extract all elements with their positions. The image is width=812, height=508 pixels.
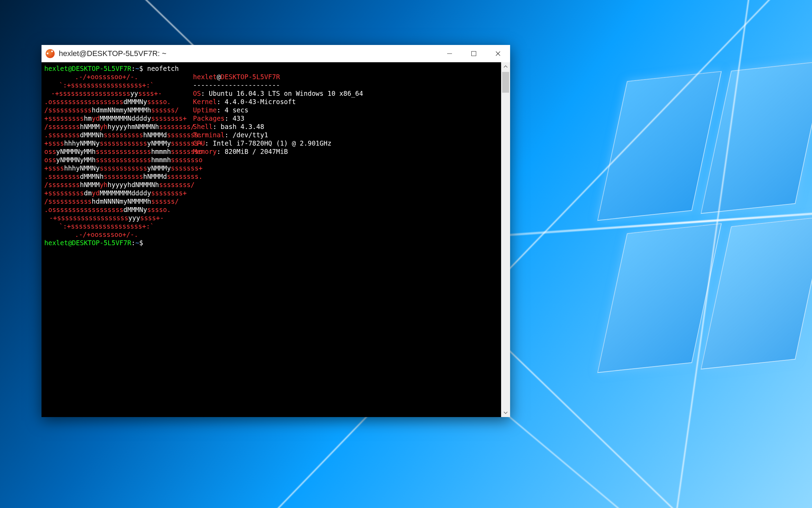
logo-line: .ossssssssssssssssssdMMMNysssso. <box>44 205 169 214</box>
nf-value: : 4 secs <box>217 106 249 114</box>
logo-line: -+ssssssssssssssssssyyyssss+- <box>44 214 169 222</box>
logo-line: +sssshhhyNMMNyssssssssssssyNMMMysssssss+ <box>44 139 169 147</box>
nf-header-host: DESKTOP-5L5VF7R <box>221 73 280 81</box>
prompt2-sep2: $ <box>139 239 143 247</box>
nf-header-user: hexlet <box>193 73 217 81</box>
nf-value: : Intel i7-7820HQ (1) @ 2.901GHz <box>205 139 331 147</box>
logo-line: /ssssssssssshdmmNNmmyNMMMMhssssss/ <box>44 106 169 114</box>
wallpaper-pane <box>597 223 722 373</box>
logo-line: ossyNMMMNyMMhsssssssssssssshmmmhssssssso <box>44 156 169 164</box>
scrollbar[interactable] <box>501 62 510 417</box>
nf-header-at: @ <box>217 73 221 81</box>
window-title: hexlet@DESKTOP-5L5VF7R: ~ <box>59 49 437 58</box>
nf-value: : /dev/tty1 <box>225 131 268 139</box>
logo-line: /sssssssshNMMMyhhyyyyhmNMMMNhssssssss/ <box>44 122 169 131</box>
ubuntu-icon <box>46 49 55 58</box>
prompt-user-host: hexlet@DESKTOP-5L5VF7R <box>44 65 131 72</box>
neofetch-logo: .-/+oossssoo+/-.`:+ssssssssssssssssss+:`… <box>44 73 176 239</box>
logo-line: .-/+oossssoo+/-. <box>44 230 169 239</box>
wallpaper-beam <box>321 495 812 508</box>
nf-label: Terminal <box>193 131 225 139</box>
scrollbar-thumb[interactable] <box>502 72 509 93</box>
prompt-sep: : <box>131 65 135 72</box>
nf-label: Uptime <box>193 106 217 114</box>
logo-line: .ossssssssssssssssssdMMMNysssso. <box>44 98 169 106</box>
window-titlebar[interactable]: hexlet@DESKTOP-5L5VF7R: ~ <box>41 45 510 62</box>
nf-divider: ---------------------- <box>193 81 280 89</box>
nf-value: : Ubuntu 16.04.3 LTS on Windows 10 x86_6… <box>201 90 363 97</box>
minimize-button[interactable] <box>437 45 462 62</box>
logo-line: ossyNMMMNyMMhsssssssssssssshmmmhssssssso <box>44 147 169 156</box>
maximize-button[interactable] <box>462 45 486 62</box>
prompt2-sep: : <box>131 239 135 247</box>
scrollbar-down-arrow[interactable] <box>501 408 510 417</box>
logo-line: /sssssssshNMMMyhhyyyyhdNMMMNhssssssss/ <box>44 181 169 189</box>
prompt-space <box>143 65 147 72</box>
logo-line: `:+ssssssssssssssssss+:` <box>44 222 169 230</box>
nf-label: Packages <box>193 114 225 122</box>
svg-rect-1 <box>472 52 476 56</box>
nf-label: OS <box>193 90 201 97</box>
nf-label: Memory <box>193 148 217 155</box>
logo-line: .ssssssssdMMMNhsssssssssshNMMMdssssssss. <box>44 172 169 181</box>
prompt-path: ~ <box>135 65 139 72</box>
wallpaper-pane <box>597 71 722 221</box>
prompt-sep2: $ <box>139 65 143 72</box>
nf-value: : 4.4.0-43-Microsoft <box>217 98 296 105</box>
nf-label: Kernel <box>193 98 217 105</box>
prompt2-user-host: hexlet@DESKTOP-5L5VF7R <box>44 239 131 247</box>
nf-value: : 820MiB / 2047MiB <box>217 148 288 155</box>
logo-line: .-/+oossssoo+/-. <box>44 73 169 81</box>
logo-line: `:+ssssssssssssssssss+:` <box>44 81 169 89</box>
logo-line: +sssssssssdmydMMMMMMMMddddyssssssss+ <box>44 189 169 197</box>
terminal-content[interactable]: hexlet@DESKTOP-5L5VF7R:~$ neofetch .-/+o… <box>41 62 501 417</box>
logo-line: /ssssssssssshdmNNNNmyNMMMMhssssss/ <box>44 197 169 205</box>
neofetch-info: hexlet@DESKTOP-5L5VF7R -----------------… <box>176 73 363 156</box>
nf-value: : bash 4.3.48 <box>213 123 264 130</box>
scrollbar-up-arrow[interactable] <box>501 62 510 71</box>
terminal-window: hexlet@DESKTOP-5L5VF7R: ~ hexlet@DESKTOP… <box>41 45 510 417</box>
logo-line: +sssshhhyNMMNyssssssssssssyNMMMysssssss+ <box>44 164 169 172</box>
nf-value: : 433 <box>225 114 244 122</box>
close-button[interactable] <box>486 45 510 62</box>
window-controls <box>437 45 510 62</box>
prompt2-path: ~ <box>135 239 139 247</box>
logo-line: .ssssssssdMMMNhsssssssssshNMMMdssssssss. <box>44 131 169 139</box>
prompt-command: neofetch <box>147 65 179 72</box>
logo-line: -+ssssssssssssssssssyyssss+- <box>44 89 169 98</box>
nf-label: Shell <box>193 123 213 130</box>
logo-line: +ssssssssshmydMMMMMMMNddddyssssssss+ <box>44 114 169 122</box>
nf-label: CPU <box>193 139 205 147</box>
